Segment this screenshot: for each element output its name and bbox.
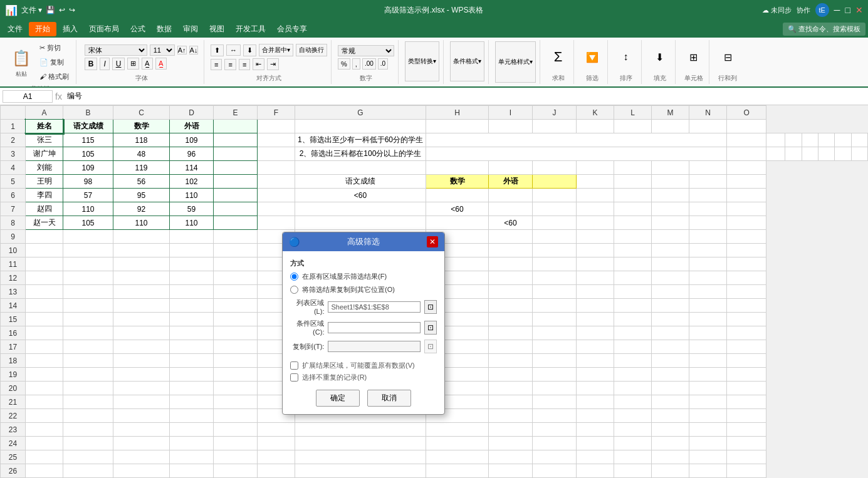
cell-4-12[interactable]: [614, 161, 652, 175]
cell-10-4[interactable]: [170, 244, 214, 257]
cell-2-6[interactable]: [258, 133, 295, 147]
cell-25-4[interactable]: [170, 450, 214, 464]
cell-15-15[interactable]: [727, 313, 766, 326]
cell-14-9[interactable]: [489, 299, 533, 313]
cell-23-5[interactable]: [214, 423, 258, 437]
cell-11-9[interactable]: [489, 257, 533, 271]
cell-14-13[interactable]: [652, 299, 689, 313]
cell-25-13[interactable]: [652, 450, 689, 464]
cell-19-5[interactable]: [214, 368, 258, 382]
menu-item-dev[interactable]: 开发工具: [231, 21, 271, 37]
cell-23-13[interactable]: [652, 423, 689, 437]
cell-9-1[interactable]: [26, 230, 63, 244]
cell-21-12[interactable]: [614, 395, 652, 409]
align-left-btn[interactable]: ≡: [211, 59, 222, 70]
col-header-K[interactable]: K: [577, 106, 614, 120]
cell-style-btn[interactable]: 单元格样式▾: [495, 41, 536, 83]
cell-26-2[interactable]: [63, 464, 113, 478]
cell-21-3[interactable]: [113, 395, 170, 409]
cell-7-6[interactable]: [258, 202, 295, 216]
row-header-13[interactable]: 13: [1, 285, 26, 299]
cell-14-10[interactable]: [533, 299, 577, 313]
cell-12-1[interactable]: [26, 271, 63, 285]
cell-6-8[interactable]: [426, 189, 489, 202]
row-header-6[interactable]: 6: [1, 189, 26, 202]
cell-4-11[interactable]: [577, 161, 614, 175]
cell-2-5[interactable]: [214, 133, 258, 147]
cell-15-11[interactable]: [577, 313, 614, 326]
cell-24-2[interactable]: [63, 437, 113, 450]
cell-12-14[interactable]: [689, 271, 727, 285]
percent-btn[interactable]: %: [338, 58, 350, 70]
cell-24-4[interactable]: [170, 437, 214, 450]
font-size-increase-btn[interactable]: A↑: [177, 46, 187, 55]
cell-13-2[interactable]: [63, 285, 113, 299]
cell-14-15[interactable]: [727, 299, 766, 313]
cell-22-9[interactable]: [489, 409, 533, 423]
cell-14-5[interactable]: [214, 299, 258, 313]
col-header-H[interactable]: H: [426, 106, 489, 120]
cell-3-2[interactable]: 105: [63, 147, 113, 161]
cell-7-10[interactable]: [533, 202, 577, 216]
cell-15-14[interactable]: [689, 313, 727, 326]
cell-16-14[interactable]: [689, 326, 727, 340]
cell-7-14[interactable]: [689, 202, 727, 216]
cell-24-14[interactable]: [689, 437, 727, 450]
cell-7-3[interactable]: 92: [113, 202, 170, 216]
cell-20-11[interactable]: [577, 382, 614, 395]
cell-3-4[interactable]: 96: [170, 147, 214, 161]
row-header-22[interactable]: 22: [1, 409, 26, 423]
cell-15-3[interactable]: [113, 313, 170, 326]
cell-19-13[interactable]: [652, 368, 689, 382]
cell-12-12[interactable]: [614, 271, 652, 285]
cell-11-5[interactable]: [214, 257, 258, 271]
cell-9-10[interactable]: [533, 230, 577, 244]
cell-18-15[interactable]: [727, 354, 766, 368]
cell-13-12[interactable]: [614, 285, 652, 299]
cell-4-3[interactable]: 119: [113, 161, 170, 175]
row-header-23[interactable]: 23: [1, 423, 26, 437]
cell-21-13[interactable]: [652, 395, 689, 409]
font-color-btn[interactable]: A̲: [155, 58, 167, 70]
cell-17-13[interactable]: [652, 340, 689, 354]
cell-20-4[interactable]: [170, 382, 214, 395]
cell-10-5[interactable]: [214, 244, 258, 257]
col-header-J[interactable]: J: [533, 106, 577, 120]
cell-22-15[interactable]: [727, 409, 766, 423]
cell-11-11[interactable]: [577, 257, 614, 271]
cell-15-5[interactable]: [214, 313, 258, 326]
cell-16-9[interactable]: [489, 326, 533, 340]
cell-1-4[interactable]: 外语: [170, 120, 214, 133]
cell-11-1[interactable]: [26, 257, 63, 271]
cell-8-15[interactable]: [727, 216, 766, 230]
cell-13-1[interactable]: [26, 285, 63, 299]
expand-result-checkbox[interactable]: [290, 361, 298, 370]
cell-21-10[interactable]: [533, 395, 577, 409]
cell-24-10[interactable]: [533, 437, 577, 450]
cell-25-10[interactable]: [533, 450, 577, 464]
cell-22-5[interactable]: [214, 409, 258, 423]
cell-6-11[interactable]: [577, 189, 614, 202]
list-range-input[interactable]: [328, 301, 421, 313]
cell-17-10[interactable]: [533, 340, 577, 354]
maximize-btn[interactable]: □: [845, 5, 850, 15]
cell-2-11[interactable]: [785, 133, 802, 147]
cell-6-5[interactable]: [214, 189, 258, 202]
cell-6-6[interactable]: [258, 189, 295, 202]
cell-8-4[interactable]: 110: [170, 216, 214, 230]
cell-7-8[interactable]: <60: [426, 202, 489, 216]
cell-13-9[interactable]: [489, 285, 533, 299]
cell-26-15[interactable]: [727, 464, 766, 478]
cell-4-9[interactable]: [489, 161, 533, 175]
cell-1-15[interactable]: [727, 120, 766, 133]
cell-16-4[interactable]: [170, 326, 214, 340]
col-header-N[interactable]: N: [689, 106, 727, 120]
fill-btn[interactable]: ⬇: [653, 41, 666, 73]
row-header-11[interactable]: 11: [1, 257, 26, 271]
cell-24-11[interactable]: [577, 437, 614, 450]
cell-10-11[interactable]: [577, 244, 614, 257]
minimize-btn[interactable]: ─: [834, 5, 840, 15]
cell-5-10[interactable]: [533, 175, 577, 189]
cell-4-8[interactable]: [426, 161, 489, 175]
cell-9-2[interactable]: [63, 230, 113, 244]
